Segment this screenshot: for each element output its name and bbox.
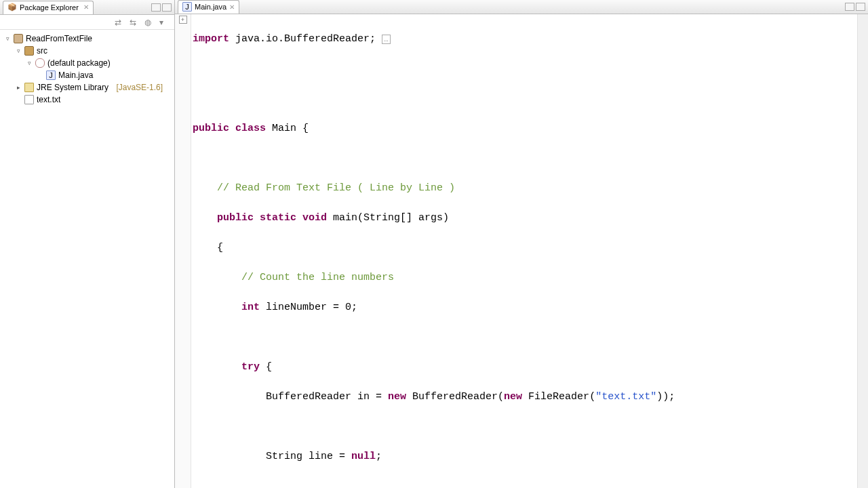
view-menu-icon[interactable]: ▾ (159, 18, 169, 27)
package-explorer-tab[interactable]: 📦 Package Explorer ✕ (3, 1, 94, 14)
editor-tabbar: J Main.java ✕ (175, 0, 868, 14)
tree-label: ReadFromTextFile (26, 34, 92, 43)
twisty-expanded-icon[interactable]: ▿ (15, 47, 22, 54)
tree-file-main[interactable]: J Main.java (1, 69, 173, 81)
view-toolbar: ⇄ ⇆ ◍ ▾ (0, 15, 174, 30)
folding-ruler[interactable]: + (175, 14, 191, 488)
fold-import-icon[interactable]: + (179, 16, 187, 24)
library-icon (24, 83, 34, 92)
twisty-expanded-icon[interactable]: ▿ (4, 35, 11, 42)
maximize-editor-button[interactable] (856, 3, 865, 11)
twisty-collapsed-icon[interactable]: ▸ (15, 84, 22, 91)
filter-icon[interactable]: ◍ (144, 18, 154, 27)
vertical-scrollbar[interactable] (857, 14, 868, 488)
view-tabbar: 📦 Package Explorer ✕ (0, 0, 174, 15)
text-file-icon (24, 95, 34, 104)
tree-label-suffix: [JavaSE-1.6] (116, 83, 163, 92)
editor-tab-label: Main.java (195, 3, 226, 11)
tree-jre[interactable]: ▸ JRE System Library [JavaSE-1.6] (1, 81, 173, 94)
tree-label: src (37, 46, 47, 56)
minimize-view-button[interactable] (151, 3, 161, 12)
project-tree: ▿ ReadFromTextFile ▿ src ▿ (default pack… (0, 30, 174, 108)
package-explorer-panel: 📦 Package Explorer ✕ ⇄ ⇆ ◍ ▾ ▿ ReadFromT… (0, 0, 175, 488)
java-file-icon: J (182, 2, 192, 12)
tree-label: Main.java (58, 70, 93, 80)
package-icon: 📦 (7, 3, 17, 12)
view-tab-label: Package Explorer (20, 3, 79, 12)
tree-file-text[interactable]: text.txt (1, 94, 173, 106)
tree-label: JRE System Library (37, 83, 108, 92)
tree-label: text.txt (37, 95, 60, 104)
close-icon[interactable]: ✕ (83, 3, 89, 11)
link-editor-icon[interactable]: ⇆ (130, 18, 139, 27)
tree-src[interactable]: ▿ src (1, 45, 173, 57)
minimize-editor-button[interactable] (845, 3, 854, 11)
tree-package[interactable]: ▿ (default package) (1, 57, 173, 69)
java-file-icon: J (46, 70, 56, 80)
close-icon[interactable]: ✕ (229, 3, 235, 11)
maximize-view-button[interactable] (162, 3, 172, 12)
src-folder-icon (24, 46, 34, 56)
tree-project[interactable]: ▿ ReadFromTextFile (1, 33, 173, 45)
twisty-expanded-icon[interactable]: ▿ (26, 60, 33, 66)
collapse-all-icon[interactable]: ⇄ (115, 18, 124, 27)
package-icon (35, 58, 45, 68)
code-editor[interactable]: import java.io.BufferedReader; … public … (191, 14, 857, 488)
project-icon (14, 34, 23, 43)
editor-tab-main[interactable]: J Main.java ✕ (178, 0, 239, 14)
editor-panel: J Main.java ✕ + import java.io.BufferedR… (175, 0, 868, 488)
tree-label: (default package) (47, 58, 111, 68)
